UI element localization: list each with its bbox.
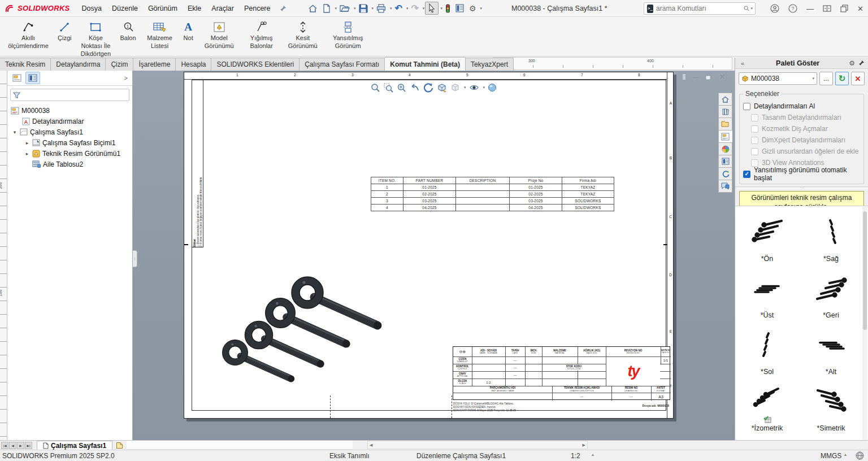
view-thumb-front[interactable]: *Ön: [735, 210, 799, 266]
doc-minimize-button[interactable]: —: [693, 74, 698, 80]
tree-item-calisma-sayfasi1[interactable]: ▾ Çalışma Sayfası1: [7, 127, 132, 137]
account-icon[interactable]: [770, 4, 779, 13]
tree-filter-input[interactable]: [10, 89, 129, 101]
panel-splitter-handle[interactable]: ⁞: [133, 250, 137, 267]
forum-tab[interactable]: [718, 180, 732, 193]
file-properties-button[interactable]: [453, 2, 466, 14]
checkbox-box[interactable]: [743, 171, 750, 178]
scroll-left-icon[interactable]: ◀: [370, 443, 372, 447]
menubar-pin-icon[interactable]: [280, 5, 287, 12]
print-button[interactable]: [374, 2, 388, 15]
zoom-to-fit-icon[interactable]: [370, 82, 381, 93]
menu-gorunum[interactable]: Görünüm: [143, 2, 183, 15]
display-manager-tab[interactable]: [25, 72, 40, 84]
smart-dimension-button[interactable]: Akıllı ölçümlendirme: [2, 20, 54, 51]
menu-ekle[interactable]: Ekle: [183, 2, 206, 15]
open-button[interactable]: [337, 2, 352, 14]
globe-icon[interactable]: [856, 451, 864, 460]
select-tool-button[interactable]: [425, 2, 439, 15]
checkbox-auto-start-projected[interactable]: Yansıtılmış görünümü otomatik başlat: [743, 169, 860, 179]
checkbox-import-annotations[interactable]: Detaylandırmaları Al: [743, 101, 860, 111]
corner-rectangle-button[interactable]: Köşe Noktası İle Dikdörtgen: [75, 20, 116, 58]
tab-teknik-resim[interactable]: Teknik Resim: [0, 58, 51, 71]
scroll-right-icon[interactable]: ▶: [583, 443, 585, 447]
hide-show-items-icon[interactable]: [468, 83, 480, 92]
design-library-tab[interactable]: [718, 105, 732, 118]
options-caret-icon[interactable]: ▾: [480, 6, 482, 11]
browse-button[interactable]: ...: [819, 72, 833, 85]
search-caret-icon[interactable]: ▾: [750, 6, 753, 11]
next-sheet-button[interactable]: ▶: [17, 442, 24, 449]
prev-sheet-button[interactable]: ◀: [9, 442, 16, 449]
units-caret-icon[interactable]: ▴: [844, 452, 847, 457]
appearances-tab[interactable]: [718, 142, 732, 155]
scrollbar-thumb[interactable]: [863, 211, 867, 330]
menu-araclar[interactable]: Araçlar: [206, 2, 239, 15]
tab-solidworks-eklentileri[interactable]: SOLIDWORKS Eklentileri: [211, 58, 300, 71]
sheet-scale[interactable]: 1:2: [571, 452, 580, 460]
undo-caret-icon[interactable]: ▾: [406, 6, 409, 11]
bom-table[interactable]: ITEM NO. PART NUMBER DESCRIPTION Proje N…: [371, 177, 614, 211]
file-explorer-tab[interactable]: [718, 118, 732, 131]
close-button[interactable]: ✕: [857, 5, 863, 13]
drawing-sheet[interactable]: 1 2 3 4 5 6 7 8 A B C D E F Dikkat 1- Re…: [184, 72, 674, 419]
search-icon[interactable]: [744, 5, 749, 12]
tab-isaretleme[interactable]: İşaretleme: [133, 58, 176, 71]
view-thumb-bottom[interactable]: *Alt: [799, 323, 863, 379]
first-sheet-button[interactable]: |◀: [1, 442, 8, 449]
resources-tab[interactable]: [718, 93, 732, 106]
select-tool-caret-icon[interactable]: ▾: [440, 6, 442, 11]
model-view-button[interactable]: Model Görünümü: [197, 20, 242, 51]
last-sheet-button[interactable]: ▶|: [25, 442, 32, 449]
rebuild-button[interactable]: [443, 2, 453, 15]
new-document-button[interactable]: [320, 2, 333, 15]
view-thumb-left[interactable]: *Sol: [735, 323, 799, 379]
menu-dosya[interactable]: Dosya: [77, 2, 107, 15]
help-icon[interactable]: ?: [788, 4, 797, 13]
stacked-balloons-button[interactable]: Yığılmış Balonlar: [242, 20, 281, 51]
view-thumb-right[interactable]: *Sağ: [799, 210, 863, 266]
save-button[interactable]: [357, 2, 370, 15]
unit-system[interactable]: MMGS: [821, 452, 841, 460]
save-caret-icon[interactable]: ▾: [372, 6, 374, 11]
checkbox-box[interactable]: [743, 103, 750, 110]
new-document-caret-icon[interactable]: ▾: [335, 6, 337, 11]
span-displays-button[interactable]: [823, 5, 831, 12]
scale-caret-icon[interactable]: ▴: [592, 452, 594, 457]
tab-tekyazxpert[interactable]: TekyazXpert: [465, 58, 514, 71]
bill-of-materials-button[interactable]: Malzeme Listesi: [140, 20, 180, 51]
pane-splitter[interactable]: ⋯: [735, 186, 868, 189]
feature-tree-tab[interactable]: [10, 72, 24, 84]
collapse-icon[interactable]: ▾: [12, 129, 18, 135]
doc-close-button[interactable]: ✕: [719, 73, 725, 81]
home-button[interactable]: [306, 2, 320, 15]
tab-hesapla[interactable]: Hesapla: [175, 58, 211, 71]
expand-icon[interactable]: ▸: [24, 140, 30, 146]
tree-item-detaylandirmalar[interactable]: A Detaylandırmalar: [7, 116, 132, 127]
expand-icon[interactable]: ▸: [24, 151, 30, 156]
pane-gear-icon[interactable]: ⚙: [849, 59, 855, 67]
display-style-caret-icon[interactable]: ▾: [464, 85, 466, 90]
view-thumb-symmetric[interactable]: *Simetrik: [799, 379, 863, 436]
document-dropdown[interactable]: M000038 ▾: [739, 72, 817, 85]
redo-button[interactable]: ↷: [409, 1, 420, 15]
tab-detaylandirma[interactable]: Detaylandırma: [50, 58, 106, 71]
add-sheet-button[interactable]: [112, 441, 127, 450]
view-settings-icon[interactable]: [487, 82, 497, 93]
restore-button[interactable]: [840, 5, 848, 12]
pane-preview-icon[interactable]: [679, 73, 686, 80]
rotate-view-icon[interactable]: [423, 82, 434, 93]
horizontal-scrollbar[interactable]: ◀ ▶: [367, 441, 588, 449]
tree-item-root[interactable]: M000038: [7, 105, 132, 116]
hide-show-caret-icon[interactable]: ▾: [483, 85, 485, 90]
command-search[interactable]: >_ ▾: [644, 2, 756, 15]
note-button[interactable]: A Not: [180, 20, 197, 43]
options-button[interactable]: ⚙: [467, 2, 479, 15]
section-view-button[interactable]: Kesit Görünümü: [281, 20, 324, 51]
custom-properties-tab[interactable]: [718, 155, 732, 168]
zoom-in-out-icon[interactable]: [396, 82, 407, 93]
graphics-area[interactable]: 1 2 3 4 5 6 7 8 A B C D E F Dikkat 1- Re…: [133, 71, 735, 440]
balloon-button[interactable]: 1 Balon: [116, 20, 139, 43]
view-thumb-top[interactable]: *Üst: [735, 266, 799, 323]
menu-duzenle[interactable]: Düzenle: [107, 2, 143, 15]
